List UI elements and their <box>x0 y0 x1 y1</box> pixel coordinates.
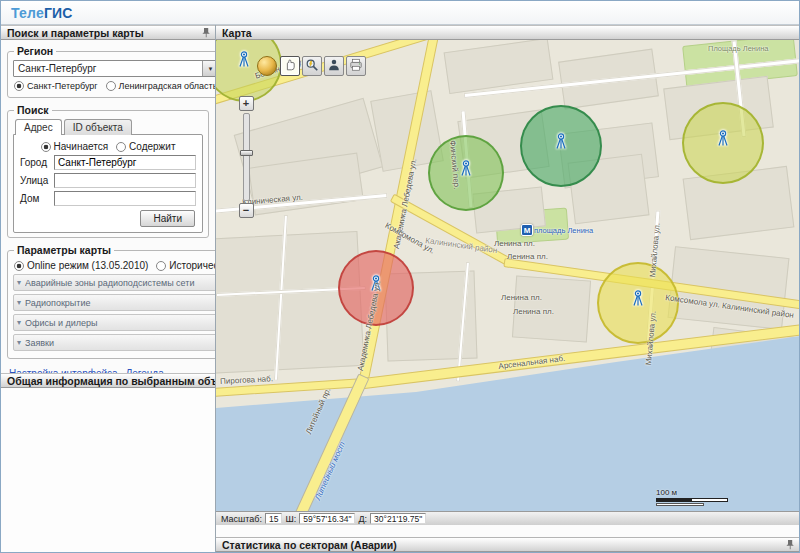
pin-icon[interactable] <box>784 539 795 550</box>
info-panel-title: Общая информация по выбранным объектам <box>7 375 215 387</box>
app-logo: ТелеГИС <box>11 5 73 21</box>
zoom-control: + − <box>238 96 254 218</box>
layer-row[interactable]: ▾Офисы и дилеры <box>13 314 215 331</box>
zoom-slider-handle[interactable] <box>240 150 253 156</box>
scale-bar <box>656 498 728 502</box>
field-label: Улица <box>20 175 54 186</box>
radio-option-region[interactable]: Ленинградская область <box>106 81 215 91</box>
mode-radio-group: Online режим (13.05.2010)Исторические да… <box>14 260 215 271</box>
field-row: Город <box>20 155 196 170</box>
field-label: Дом <box>20 193 54 204</box>
zoom-tool-button[interactable] <box>302 56 322 76</box>
zoom-out-button[interactable]: − <box>239 203 254 218</box>
hand-icon <box>283 58 297 75</box>
latitude-value: 59°57'16.34" <box>299 513 355 524</box>
search-tab-0[interactable]: Адрес <box>15 119 62 135</box>
sidebar: Поиск и параметры карты Регион Санкт-Пет… <box>1 25 216 552</box>
map-label: Ленина пл. <box>501 293 542 302</box>
radio-label: Online режим (13.05.2010) <box>27 260 148 271</box>
print-tool-button[interactable] <box>346 56 366 76</box>
antenna-icon[interactable] <box>555 133 567 150</box>
field-row: Улица <box>20 173 196 188</box>
layer-row[interactable]: ▾Аварийные зоны радиоподсистемы сети <box>13 274 215 291</box>
map-panel: Карта <box>216 25 799 552</box>
metro-station-icon[interactable]: М <box>521 224 533 236</box>
search-legend: Поиск <box>14 104 52 116</box>
scale-indicator: 100 м <box>656 488 728 506</box>
layer-row[interactable]: ▾Радиопокрытие <box>13 294 215 311</box>
search-fieldset: Поиск АдресID объекта НачинаетсяСодержит… <box>7 104 209 238</box>
antenna-icon[interactable] <box>632 290 644 307</box>
chevron-down-icon: ▾ <box>17 338 21 347</box>
logo-part-gis: ГИС <box>44 5 73 21</box>
radio-label: Ленинградская область <box>119 81 215 91</box>
pan-hand-tool-button[interactable] <box>280 56 300 76</box>
search-panel-body: Регион Санкт-Петербург ▼ Санкт-Петербург… <box>1 40 215 373</box>
info-panel-body <box>1 388 215 552</box>
logo-part-tele: Теле <box>11 5 44 21</box>
layer-row[interactable]: ▾Заявки <box>13 334 215 351</box>
map-label: Ленина пл. <box>507 252 548 261</box>
radio-option-match[interactable]: Содержит <box>116 141 175 152</box>
layer-label: Офисы и дилеры <box>25 318 215 328</box>
radio-input-region[interactable] <box>106 81 116 91</box>
layer-label: Аварийные зоны радиоподсистемы сети <box>25 278 215 288</box>
radio-label: Исторические данные <box>169 260 215 271</box>
field-input-1[interactable] <box>54 173 196 188</box>
layer-label: Радиопокрытие <box>25 298 215 308</box>
radio-label: Начинается <box>54 141 109 152</box>
antenna-icon[interactable] <box>717 130 729 147</box>
region-fieldset: Регион Санкт-Петербург ▼ Санкт-Петербург… <box>7 45 215 98</box>
map-label: Ленина пл. <box>494 239 535 248</box>
pin-icon[interactable] <box>200 27 211 38</box>
chevron-down-icon: ▾ <box>17 298 21 307</box>
map-canvas[interactable]: Боткинская ул.Клиническая ул.Финский пер… <box>216 40 799 511</box>
search-panel-header[interactable]: Поиск и параметры карты <box>1 25 215 40</box>
user-tool-button[interactable] <box>324 56 344 76</box>
person-icon <box>327 58 341 75</box>
app-window: ТелеГИС Поиск и параметры карты Регион С… <box>0 0 800 553</box>
info-panel-header[interactable]: Общая информация по выбранным объектам <box>1 373 215 388</box>
search-tabs: АдресID объекта <box>11 119 205 135</box>
radio-option-mode[interactable]: Исторические данные <box>156 260 215 271</box>
radio-option-match[interactable]: Начинается <box>41 141 109 152</box>
find-button[interactable]: Найти <box>140 210 195 227</box>
longitude-label: Д: <box>358 514 367 524</box>
map-statusbar: Масштаб: 15 Ш: 59°57'16.34" Д: 30°21'19.… <box>216 511 799 525</box>
latitude-label: Ш: <box>285 514 296 524</box>
field-input-0[interactable] <box>54 155 196 170</box>
map-label: площадь Ленина <box>534 226 593 235</box>
zoom-slider-track[interactable] <box>243 113 250 201</box>
panel-gap <box>216 525 799 537</box>
stats-panel-header[interactable]: Статистика по секторам (Аварии) <box>216 537 799 552</box>
region-select[interactable]: Санкт-Петербург ▼ <box>13 60 215 77</box>
radio-input-region[interactable] <box>14 81 24 91</box>
field-label: Город <box>20 157 54 168</box>
map-toolbar <box>256 55 366 77</box>
radio-option-mode[interactable]: Online режим (13.05.2010) <box>14 260 148 271</box>
radio-input-mode[interactable] <box>156 261 166 271</box>
scale-bar-secondary <box>656 503 704 506</box>
layer-list: ▾Аварийные зоны радиоподсистемы сети▾Рад… <box>11 274 215 351</box>
map-panel-header: Карта <box>216 25 799 40</box>
chevron-down-icon[interactable]: ▼ <box>202 61 215 76</box>
antenna-icon[interactable] <box>238 51 250 68</box>
radio-label: Содержит <box>129 141 175 152</box>
radio-option-region[interactable]: Санкт-Петербург <box>14 81 98 91</box>
radio-input-match[interactable] <box>41 142 51 152</box>
search-fields: ГородУлицаДом <box>16 155 200 206</box>
layer-label: Заявки <box>25 338 215 348</box>
search-tab-1[interactable]: ID объекта <box>64 119 132 135</box>
region-select-value: Санкт-Петербург <box>14 63 202 74</box>
zoom-in-button[interactable]: + <box>239 96 254 111</box>
globe-tool-button[interactable] <box>256 55 278 77</box>
scale-label: 100 м <box>656 488 728 497</box>
chevron-down-icon: ▾ <box>17 318 21 327</box>
radio-input-match[interactable] <box>116 142 126 152</box>
region-radio-group: Санкт-ПетербургЛенинградская область <box>14 81 215 91</box>
scale-status-value: 15 <box>265 513 282 524</box>
antenna-icon[interactable] <box>460 160 472 177</box>
field-input-2[interactable] <box>54 191 196 206</box>
radio-input-mode[interactable] <box>14 261 24 271</box>
region-legend: Регион <box>14 45 56 57</box>
